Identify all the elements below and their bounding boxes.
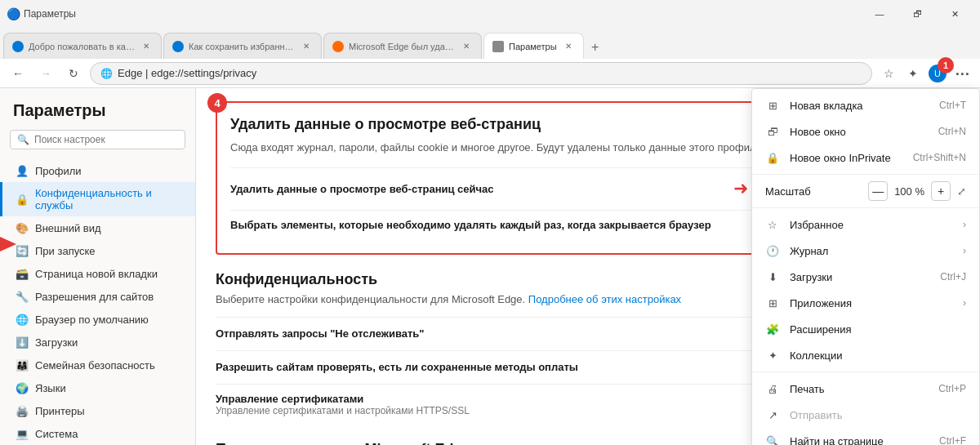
nav-label: При запуске (35, 245, 96, 257)
sidebar-item-downloads[interactable]: ⬇️ Загрузки (0, 331, 195, 354)
print-icon: 🖨 (765, 381, 780, 396)
tab-2[interactable]: Microsoft Edge был удален ✕ (323, 33, 482, 59)
zoom-label: Масштаб (765, 185, 862, 198)
sidebar-item-profiles[interactable]: 👤 Профили (0, 159, 195, 182)
close-button[interactable]: ✕ (936, 1, 973, 27)
collections-icon[interactable]: ✦ (902, 62, 924, 85)
url-icon: 🌐 (100, 68, 113, 79)
menu-print[interactable]: 🖨 Печать Ctrl+P (752, 376, 979, 402)
menu-find[interactable]: 🔍 Найти на странице Ctrl+F (752, 428, 979, 445)
back-button[interactable]: ← (7, 62, 29, 85)
tab-bar: Добро пожаловать в канал М... ✕ Как сохр… (0, 28, 980, 59)
menu-new-window-label: Новое окно (790, 126, 929, 138)
search-icon: 🔍 (17, 134, 29, 145)
search-input[interactable] (34, 134, 178, 145)
sidebar-item-printers[interactable]: 🖨️ Принтеры (0, 399, 195, 422)
sidebar-item-permissions[interactable]: 🔧 Разрешения для сайтов (0, 285, 195, 308)
menu-inprivate[interactable]: 🔒 Новое окно InPrivate Ctrl+Shift+N (752, 145, 979, 171)
profile-icon[interactable]: U 1 (926, 62, 949, 85)
title-bar: 🔵 Параметры — 🗗 ✕ (0, 0, 980, 28)
menu-print-label: Печать (790, 383, 929, 395)
menu-find-label: Найти на странице (790, 435, 929, 446)
menu-downloads-shortcut: Ctrl+J (940, 271, 966, 283)
menu-divider-3 (752, 372, 979, 372)
url-box[interactable]: 🌐 Edge | edge://settings/privacy (90, 62, 872, 85)
menu-favorites-arrow: › (963, 219, 966, 230)
svg-marker-0 (0, 236, 16, 252)
url-text: Edge | edge://settings/privacy (118, 67, 256, 79)
nav-label: Браузер по умолчанию (35, 314, 149, 326)
tab-label-3: Параметры (509, 42, 557, 51)
favorites-icon[interactable]: ☆ (877, 62, 900, 85)
history-icon: 🕐 (765, 243, 780, 258)
menu-new-tab-label: Новая вкладка (790, 100, 929, 112)
menu-history[interactable]: 🕐 Журнал › (752, 238, 979, 264)
step3-arrow (0, 236, 23, 255)
sidebar-item-system[interactable]: 💻 Система (0, 422, 195, 445)
apps-icon: ⊞ (765, 296, 780, 310)
delete-row-1-label: Удалить данные о просмотре веб-страниц с… (230, 183, 727, 195)
find-icon: 🔍 (765, 434, 780, 445)
menu-collections-label: Коллекции (790, 349, 966, 362)
menu-find-shortcut: Ctrl+F (939, 435, 966, 445)
refresh-button[interactable]: ↻ (62, 62, 85, 85)
sidebar-item-family[interactable]: 👨‍👩‍👧 Семейная безопасность (0, 354, 195, 376)
tab-3[interactable]: Параметры ✕ (483, 33, 584, 59)
zoom-value: 100 % (894, 185, 924, 198)
new-tab-button[interactable]: + (584, 36, 607, 59)
new-window-icon: 🗗 (765, 124, 780, 139)
tab-0[interactable]: Добро пожаловать в канал М... ✕ (3, 33, 162, 59)
tab-favicon-1 (172, 41, 184, 52)
menu-apps[interactable]: ⊞ Приложения › (752, 290, 979, 316)
menu-new-tab-shortcut: Ctrl+T (939, 100, 966, 111)
arrow-to-delete-btn: ➜ (733, 178, 748, 199)
sidebar-item-newtab[interactable]: 🗃️ Страница новой вкладки (0, 262, 195, 285)
minimize-button[interactable]: — (861, 1, 898, 27)
more-menu-button[interactable]: ⋯ (951, 62, 973, 85)
badge-1: 1 (938, 57, 954, 73)
address-bar: ← → ↻ 🌐 Edge | edge://settings/privacy ☆… (0, 59, 980, 88)
menu-downloads[interactable]: ⬇ Загрузки Ctrl+J (752, 264, 979, 290)
menu-collections[interactable]: ✦ Коллекции (752, 342, 979, 368)
cert-info: Управление сертификатами Управление серт… (216, 393, 470, 416)
menu-send: ↗ Отправить (752, 402, 979, 428)
sidebar-item-appearance[interactable]: 🎨 Внешний вид (0, 216, 195, 239)
context-menu: 2 ⊞ Новая вкладка Ctrl+T 🗗 Новое окно Ct… (751, 88, 980, 445)
menu-favorites[interactable]: ☆ Избранное › (752, 211, 979, 238)
tab-close-2[interactable]: ✕ (460, 40, 473, 52)
sidebar: Параметры 🔍 👤 Профили 🔒 Конфиденциальнос… (0, 88, 196, 445)
tab-label-0: Добро пожаловать в канал М... (29, 42, 135, 51)
menu-favorites-label: Избранное (790, 219, 953, 231)
menu-new-tab[interactable]: ⊞ Новая вкладка Ctrl+T (752, 92, 979, 118)
nav-label: Языки (35, 382, 66, 394)
menu-inprivate-shortcut: Ctrl+Shift+N (913, 152, 966, 163)
sidebar-item-default-browser[interactable]: 🌐 Браузер по умолчанию (0, 308, 195, 331)
cert-label: Управление сертификатами (216, 393, 470, 405)
menu-divider-2 (752, 207, 979, 208)
zoom-expand-icon[interactable]: ⤢ (957, 185, 966, 198)
tab-close-3[interactable]: ✕ (562, 40, 575, 52)
tab-1[interactable]: Как сохранить избранное Edge... ✕ (163, 33, 322, 59)
zoom-plus-button[interactable]: + (931, 181, 951, 201)
menu-extensions[interactable]: 🧩 Расширения (752, 316, 979, 342)
nav-label: Разрешения для сайтов (35, 291, 154, 303)
menu-new-window[interactable]: 🗗 Новое окно Ctrl+N (752, 118, 979, 145)
tab-label-2: Microsoft Edge был удален (349, 42, 455, 51)
nav-label: Принтеры (35, 405, 85, 417)
sidebar-item-languages[interactable]: 🌍 Языки (0, 376, 195, 399)
send-icon: ↗ (765, 407, 780, 422)
tab-favicon-3 (492, 41, 504, 52)
tab-close-1[interactable]: ✕ (300, 40, 313, 52)
window-title: Параметры (24, 8, 76, 20)
search-box[interactable]: 🔍 (10, 130, 185, 149)
sidebar-item-startup[interactable]: 🔄 При запуске (0, 239, 195, 262)
tab-close-0[interactable]: ✕ (140, 40, 153, 52)
cert-sublabel: Управление сертификатами и настройками H… (216, 405, 470, 416)
privacy-link[interactable]: Подробнее об этих настройках (528, 293, 681, 305)
forward-button[interactable]: → (34, 62, 57, 85)
maximize-button[interactable]: 🗗 (898, 1, 936, 27)
sidebar-item-privacy[interactable]: 🔒 Конфиденциальность и службы (0, 182, 195, 216)
zoom-minus-button[interactable]: — (868, 181, 888, 201)
extensions-icon: 🧩 (765, 322, 780, 336)
browser-content: Параметры 🔍 👤 Профили 🔒 Конфиденциальнос… (0, 88, 980, 445)
